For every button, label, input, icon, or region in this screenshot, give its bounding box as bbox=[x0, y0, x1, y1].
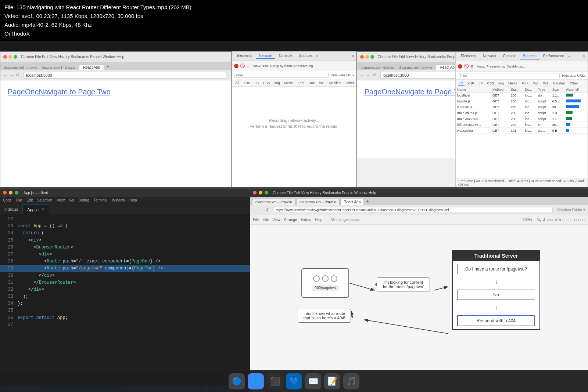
filter-icon[interactable]: ⊟ bbox=[247, 64, 250, 68]
menu-edit[interactable]: Edit bbox=[26, 198, 33, 202]
type-media[interactable]: Media bbox=[283, 81, 295, 85]
menu-view[interactable]: View bbox=[57, 198, 65, 202]
page-two-link[interactable]: Navigate to Page Two bbox=[39, 88, 111, 96]
nav-back-icon[interactable]: ← bbox=[3, 73, 7, 77]
network-row[interactable]: main.chunk.js GET 200 loc... script 1.3.… bbox=[456, 110, 588, 116]
dock-finder[interactable]: 🔵 bbox=[229, 373, 245, 389]
menu-terminal[interactable]: Terminal bbox=[94, 198, 108, 202]
editor-minimize[interactable] bbox=[9, 191, 12, 195]
right-nav-forward[interactable]: → bbox=[366, 73, 370, 77]
close-button[interactable] bbox=[3, 55, 7, 59]
rdt-clear-btn[interactable]: 🚫 bbox=[464, 64, 469, 69]
menu-selection[interactable]: Selection bbox=[37, 198, 52, 202]
diag-tab1[interactable]: diagrams.xml - draw.io bbox=[252, 199, 295, 205]
type-doc[interactable]: Doc bbox=[307, 81, 316, 85]
server-respond-box[interactable]: Respond with a 404 bbox=[457, 315, 535, 326]
nav-forward-icon[interactable]: → bbox=[10, 73, 14, 77]
dt-more-icon[interactable]: » bbox=[316, 54, 318, 58]
rdt-type-all[interactable]: All bbox=[458, 81, 465, 86]
dt-network-tab[interactable]: Network bbox=[256, 53, 275, 59]
type-font[interactable]: Font bbox=[296, 81, 306, 85]
type-img[interactable]: Img bbox=[273, 81, 282, 85]
diag-close[interactable] bbox=[253, 191, 257, 195]
dt-console-tab[interactable]: Console bbox=[276, 53, 295, 59]
menu-code[interactable]: Code bbox=[3, 198, 12, 202]
network-row[interactable]: bundle.js GET 200 loc... script 6.5... bbox=[456, 98, 588, 104]
minimize-button[interactable] bbox=[8, 55, 12, 59]
type-other[interactable]: Other bbox=[344, 81, 356, 85]
menu-debug[interactable]: Debug bbox=[78, 198, 89, 202]
type-ws[interactable]: WS bbox=[318, 81, 326, 85]
right-filter-input[interactable] bbox=[458, 73, 560, 78]
dock-vscode[interactable]: 💙 bbox=[286, 373, 302, 389]
dt-sources-tab[interactable]: Sources bbox=[296, 53, 316, 59]
diag-react-tab[interactable]: React App bbox=[340, 199, 364, 205]
editor-maximize[interactable] bbox=[15, 191, 18, 195]
server-route-box[interactable]: Do I have a route for /pagetwo? bbox=[457, 264, 535, 274]
right-maximize-button[interactable] bbox=[370, 55, 374, 59]
rdt-type-ws[interactable]: WS bbox=[542, 81, 550, 86]
menu-help[interactable]: Help bbox=[129, 198, 137, 202]
left-url-input[interactable]: localhost:3000 bbox=[24, 72, 226, 79]
network-row[interactable]: 0.chunk.js GET 200 loc... script 39... bbox=[456, 104, 588, 110]
rdt-type-doc[interactable]: Doc bbox=[531, 81, 540, 86]
right-close-button[interactable] bbox=[360, 55, 364, 59]
rdt-performance[interactable]: Performance bbox=[540, 53, 567, 59]
rdt-filter-icon[interactable]: ⊟ bbox=[470, 65, 473, 68]
clear-button[interactable]: 🚫 bbox=[240, 63, 245, 68]
type-js[interactable]: JS bbox=[254, 81, 261, 85]
rdt-more[interactable]: » bbox=[568, 54, 570, 58]
rdt-type-other[interactable]: Other bbox=[568, 81, 580, 86]
rdt-type-js[interactable]: JS bbox=[477, 81, 484, 86]
rdt-console[interactable]: Console bbox=[500, 53, 519, 59]
network-row[interactable]: info?t=154266... GET 200 loc... xhr 36..… bbox=[456, 122, 588, 128]
rdt-type-xhr[interactable]: XHR bbox=[466, 81, 476, 86]
tab-app-js[interactable]: App.js ✕ bbox=[23, 204, 49, 214]
type-xhr[interactable]: XHR bbox=[242, 81, 252, 85]
diag-new-tab[interactable]: + bbox=[365, 197, 370, 205]
menu-file[interactable]: File bbox=[16, 198, 22, 202]
filter-input[interactable] bbox=[234, 73, 329, 78]
dock-notes[interactable]: 📝 bbox=[324, 373, 340, 389]
rdt-type-font[interactable]: Font bbox=[520, 81, 530, 86]
right-minimize-button[interactable] bbox=[365, 55, 369, 59]
rdt-record-btn[interactable] bbox=[458, 64, 462, 69]
dock-music[interactable]: 🎵 bbox=[343, 373, 359, 389]
type-manifest[interactable]: Manifest bbox=[327, 81, 343, 85]
new-tab-button[interactable]: + bbox=[105, 63, 111, 70]
left-react-tab[interactable]: React App bbox=[79, 64, 104, 70]
diag-maximize[interactable] bbox=[265, 191, 268, 195]
maximize-button[interactable] bbox=[14, 55, 17, 59]
view-list-icon[interactable]: ≡≡≡ bbox=[262, 64, 268, 68]
dock-terminal[interactable]: ⬛ bbox=[267, 373, 283, 389]
dt-elements-tab[interactable]: Elements bbox=[234, 53, 255, 59]
server-no-box[interactable]: No bbox=[457, 290, 535, 300]
rdt-type-manifest[interactable]: Manifest bbox=[551, 81, 567, 86]
nav-refresh-icon[interactable]: ↺ bbox=[16, 73, 19, 77]
right-nav-refresh[interactable]: ↺ bbox=[373, 73, 376, 77]
rdt-elements[interactable]: Elements bbox=[458, 53, 479, 59]
rdt-close[interactable]: ✕ bbox=[582, 54, 585, 58]
network-row[interactable]: localhost GET 200 loc... do... 1.1... bbox=[456, 92, 588, 98]
rdt-type-media[interactable]: Media bbox=[507, 81, 519, 86]
rdt-type-css[interactable]: CSS bbox=[486, 81, 496, 86]
menu-window[interactable]: Window bbox=[112, 198, 125, 202]
rdt-type-img[interactable]: Img bbox=[497, 81, 505, 86]
diag-tab2[interactable]: diagrams.xml - draw.io bbox=[296, 199, 340, 205]
rdt-sources[interactable]: Sources bbox=[520, 53, 539, 59]
right-network-table-container[interactable]: Name Method Sta... Do... Type Size Water… bbox=[456, 87, 588, 178]
network-row[interactable]: main.3027805... GET 200 loc... script 1.… bbox=[456, 116, 588, 122]
menu-go[interactable]: Go bbox=[69, 198, 74, 202]
record-button[interactable] bbox=[234, 64, 239, 68]
editor-close[interactable] bbox=[3, 191, 7, 195]
tab-index-js[interactable]: index.js bbox=[0, 204, 23, 214]
dt-close-icon[interactable]: ✕ bbox=[351, 54, 354, 58]
dock-mail[interactable]: ✉️ bbox=[305, 373, 321, 389]
type-all[interactable]: All bbox=[234, 80, 241, 85]
type-css[interactable]: CSS bbox=[262, 81, 272, 85]
tab-close-icon[interactable]: ✕ bbox=[42, 207, 44, 211]
right-nav-back[interactable]: ← bbox=[360, 73, 364, 77]
network-row[interactable]: websocket GET 101 loc... we... 0 B bbox=[456, 128, 588, 134]
diag-minimize[interactable] bbox=[259, 191, 262, 195]
dock-chrome[interactable]: 🌐 bbox=[248, 373, 264, 389]
